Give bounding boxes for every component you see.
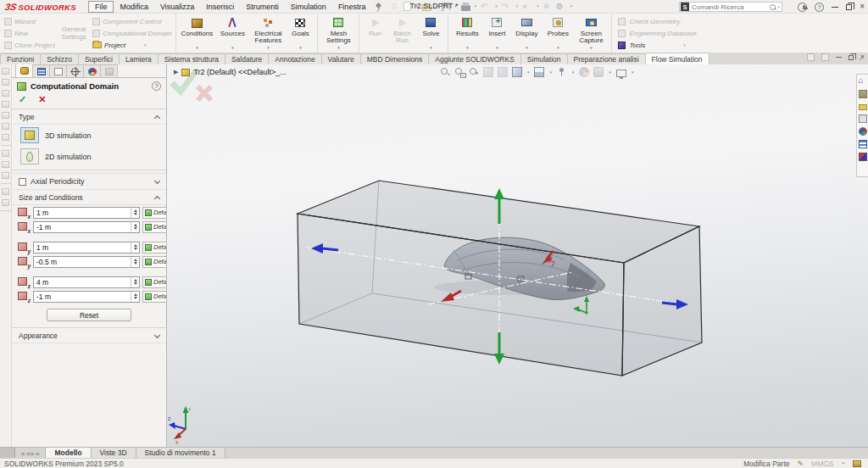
doc-prev-icon[interactable] <box>807 53 815 61</box>
tab-display-manager[interactable] <box>83 64 101 77</box>
tab-sistema-struttura[interactable]: Sistema struttura <box>158 53 225 64</box>
view-settings-icon[interactable] <box>616 70 626 77</box>
sources-dropdown[interactable]: ▼ <box>231 45 234 52</box>
tab-simulation[interactable]: Simulation <box>520 53 568 64</box>
hide-show-items-icon[interactable] <box>557 67 567 77</box>
size-section-header[interactable]: Size and Conditions <box>12 190 166 205</box>
doc-restore-button[interactable] <box>849 55 854 60</box>
wizard-button[interactable]: Wizard <box>4 16 55 26</box>
tab-modello[interactable]: Modello <box>45 448 91 458</box>
tree-feature-icon[interactable] <box>2 79 9 86</box>
tab-mbd-dimensions[interactable]: MBD Dimensions <box>360 53 430 64</box>
conditions-dropdown[interactable]: ▼ <box>195 45 198 52</box>
project-dropdown[interactable]: ▼ <box>143 43 147 47</box>
probes-button[interactable]: Probes▼ <box>542 14 573 52</box>
attach-icon[interactable] <box>543 2 554 12</box>
screen-capture-button[interactable]: Screen Capture▼ <box>573 14 609 52</box>
run-button[interactable]: Run <box>362 14 387 52</box>
simulation-2d-icon[interactable] <box>20 148 39 164</box>
print-icon[interactable] <box>461 5 470 11</box>
expand-arrow-icon[interactable]: ▶ <box>174 69 178 75</box>
mesh-settings-button[interactable]: Mesh Settings▼ <box>320 14 356 52</box>
ok-button[interactable]: ✓ <box>19 94 26 105</box>
menu-inserisci[interactable]: Inserisci <box>200 2 240 12</box>
tree-feature-icon[interactable] <box>2 101 9 108</box>
x-min-input[interactable] <box>33 221 140 233</box>
spinner[interactable] <box>131 208 139 218</box>
type-option-2d[interactable]: 2D simulation <box>12 146 166 167</box>
solve-dropdown[interactable]: ▼ <box>429 45 432 52</box>
tree-feature-icon[interactable] <box>2 161 9 168</box>
electrical-features-button[interactable]: Electrical Features▼ <box>250 14 286 52</box>
tab-schizzo[interactable]: Schizzo <box>40 53 79 64</box>
help-icon[interactable]: ? <box>815 3 824 12</box>
print-dropdown[interactable]: ▼ <box>474 4 477 8</box>
check-geometry-button[interactable]: Check Geometry <box>618 16 696 26</box>
insert-dropdown[interactable]: ▼ <box>495 45 498 52</box>
type-option-3d[interactable]: 3D simulation <box>12 125 166 146</box>
simulation-3d-icon[interactable] <box>20 127 39 143</box>
search-dropdown[interactable]: ▼ <box>777 5 781 9</box>
3d-scene[interactable]: Y Z X <box>167 64 868 447</box>
tree-feature-icon[interactable] <box>2 68 9 75</box>
results-button[interactable]: Results▼ <box>451 14 483 52</box>
x-max-input[interactable] <box>33 207 140 219</box>
tab-aggiunte-solidworks[interactable]: Aggiunte SOLIDWORKS <box>428 53 521 64</box>
search-icon[interactable] <box>769 3 776 11</box>
tree-feature-icon[interactable] <box>2 123 9 130</box>
undo-icon[interactable] <box>481 2 491 12</box>
tab-saldature[interactable]: Saldature <box>225 53 269 64</box>
menu-modifica[interactable]: Modifica <box>114 2 154 12</box>
options-dropdown[interactable]: ▼ <box>570 4 573 8</box>
menu-finestra[interactable]: Finestra <box>332 2 372 12</box>
sources-button[interactable]: Sources▼ <box>214 14 250 52</box>
appearance-section-header[interactable]: Appearance <box>12 327 166 343</box>
capture-dropdown[interactable]: ▼ <box>589 45 593 52</box>
dynamic-annotation-icon[interactable] <box>498 67 508 77</box>
type-section-header[interactable]: Type <box>12 109 166 125</box>
spinner[interactable] <box>131 257 139 267</box>
pin-menu-icon[interactable] <box>375 3 383 11</box>
tree-feature-icon[interactable] <box>2 90 9 97</box>
tab-funzioni[interactable]: Funzioni <box>0 53 41 64</box>
design-library-icon[interactable] <box>859 90 867 98</box>
zoom-to-fit-icon[interactable] <box>440 67 450 77</box>
axial-periodicity-row[interactable]: Axial Periodicity <box>12 173 166 190</box>
forum-icon[interactable] <box>859 153 867 161</box>
previous-view-icon[interactable] <box>469 67 479 77</box>
file-explorer-icon[interactable] <box>859 104 867 110</box>
tab-flow-simulation[interactable]: Flow Simulation <box>645 53 709 64</box>
tree-feature-icon[interactable] <box>2 134 9 141</box>
tab-property-manager[interactable] <box>15 64 33 77</box>
tools-dropdown[interactable]: ▼ <box>682 43 686 47</box>
restore-button[interactable] <box>846 4 852 10</box>
custom-properties-icon[interactable] <box>859 140 867 148</box>
electrical-dropdown[interactable]: ▼ <box>266 45 270 52</box>
redo-dropdown[interactable]: ▼ <box>515 4 519 8</box>
menu-strumenti[interactable]: Strumenti <box>240 2 285 12</box>
axial-periodicity-checkbox[interactable] <box>19 178 26 186</box>
units-indicator[interactable]: MMGS <box>811 460 833 468</box>
doc-minimize-button[interactable] <box>836 57 842 58</box>
graphics-viewport[interactable]: ▶ Tr2 (Default) <<Default>_... ▼ ▼ ▼ ▼ ▼ <box>166 64 868 447</box>
options-gear-icon[interactable] <box>556 2 566 12</box>
tab-preparazione-analisi[interactable]: Preparazione analisi <box>567 53 646 64</box>
tab-annotazione[interactable]: Annotazione <box>268 53 321 64</box>
cancel-button[interactable]: ✕ <box>38 94 46 105</box>
section-view-icon[interactable] <box>483 67 493 77</box>
tab-studio-movimento[interactable]: Studio di movimento 1 <box>136 448 225 458</box>
computational-domain-button[interactable]: Computational Domain <box>92 28 171 38</box>
display-dropdown[interactable]: ▼ <box>525 45 528 52</box>
display-style-dropdown[interactable]: ▼ <box>548 70 552 75</box>
y-max-input[interactable] <box>33 242 140 254</box>
tree-feature-icon[interactable] <box>2 199 9 206</box>
tools-button[interactable]: Tools▼ <box>618 40 696 50</box>
spinner[interactable] <box>131 242 139 253</box>
tab-dimxpert[interactable] <box>66 64 84 77</box>
panel-help-icon[interactable]: ? <box>152 81 161 91</box>
undo-dropdown[interactable]: ▼ <box>494 4 498 8</box>
home-icon[interactable] <box>390 2 400 12</box>
doc-next-icon[interactable] <box>821 53 829 61</box>
tab-nav-arrows[interactable]: ◀ ◀ ▶ ▶ <box>15 448 45 458</box>
select-icon[interactable] <box>522 2 532 12</box>
